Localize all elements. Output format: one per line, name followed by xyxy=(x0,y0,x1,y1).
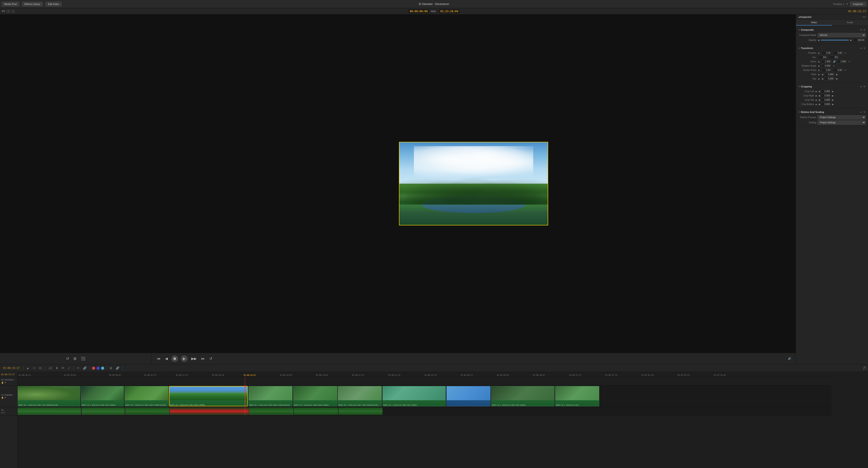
step-forward-btn[interactable]: ▶▶ xyxy=(190,356,197,362)
cropping-remove-btn[interactable]: × xyxy=(863,85,866,88)
rotation-keyframe-btn[interactable]: ◆ xyxy=(817,65,820,67)
position-x-input[interactable] xyxy=(822,51,832,55)
anchor-y-input[interactable] xyxy=(833,68,843,72)
crop-bottom-input[interactable] xyxy=(821,103,831,106)
fittoframe-btn[interactable]: ⤢ xyxy=(67,366,71,370)
video-clip-7[interactable]: BMPC_4K_1_2015-10-24_2307_C024_{00000-00… xyxy=(338,386,382,406)
audio-clip-2[interactable] xyxy=(82,407,125,415)
go-to-start-btn[interactable]: ⏮ xyxy=(156,356,161,362)
composite-mode-select[interactable]: Normal xyxy=(817,33,866,37)
rotation-x-input[interactable] xyxy=(817,56,828,59)
video-clip-1[interactable]: BMPC_4K_1_2015-10-24_2301_C074_{00000-00… xyxy=(18,386,80,406)
v2-lock-btn[interactable]: 🔒 xyxy=(1,381,4,384)
transform-add-btn[interactable]: + xyxy=(860,46,862,50)
overwrite-btn[interactable]: ⬇ xyxy=(55,366,59,370)
snap-btn[interactable]: ⊞ xyxy=(108,366,113,370)
audio-clip-3[interactable] xyxy=(125,407,169,415)
zoom-fit[interactable]: □ xyxy=(11,9,15,13)
select-tool-btn[interactable]: ▲ xyxy=(25,366,31,370)
tab-audio[interactable]: Audio xyxy=(832,20,868,26)
crop-bottom-keyframe[interactable]: ◆ xyxy=(815,103,817,105)
video-clip-5[interactable]: BMPC_4K_1_2015-10-24_2305_C023X_{00001-0… xyxy=(248,386,292,406)
crop-right-left-arrow[interactable]: ◀ xyxy=(818,94,820,97)
src-mark-in[interactable]: ⬛ xyxy=(80,356,86,362)
dynamic-trim-btn[interactable]: ⊡ xyxy=(38,366,43,370)
retime-process-select[interactable]: Project Settings xyxy=(817,115,866,120)
composite-remove-btn[interactable]: × xyxy=(863,28,866,32)
video-clip-11[interactable]: BMPC_4K_1_2015-10-24_2310 xyxy=(555,386,599,406)
src-viewer-btn[interactable]: ⊞ xyxy=(72,356,77,362)
timeline-content[interactable]: 01:04:46:23 01:05:24:03 01:05:58:07 01:0… xyxy=(18,372,868,468)
video-clip-6[interactable]: BMPC_4K_1_2015-10-24_2306_C023A_{00001} xyxy=(293,386,337,406)
loop-btn[interactable]: ↺ xyxy=(209,356,213,362)
crop-bottom-right-arrow[interactable]: ▶ xyxy=(832,103,834,105)
go-to-end-btn[interactable]: ⏭ xyxy=(200,356,206,362)
step-back-btn[interactable]: ◀ xyxy=(164,356,168,362)
audio-clip-5[interactable] xyxy=(249,407,293,415)
stop-btn[interactable]: ⏹ xyxy=(171,355,178,362)
edit-index-btn[interactable]: Edit Index xyxy=(45,2,61,6)
pitch-input[interactable] xyxy=(825,73,835,76)
video-clip-2[interactable]: BMPC_4K_1_2015-10-24_2302_C042_{00000} xyxy=(81,386,124,406)
flag-teal-btn[interactable] xyxy=(101,367,104,370)
zoom-reset-btn[interactable]: ↩ xyxy=(848,60,850,63)
crop-right-input[interactable] xyxy=(821,94,831,97)
composite-add-btn[interactable]: + xyxy=(860,28,862,32)
cropping-add-btn[interactable]: + xyxy=(860,85,862,88)
insert-btn[interactable]: ↓⊡ xyxy=(47,366,53,370)
audio-clip-4-highlight[interactable] xyxy=(170,407,249,415)
video-clip-8[interactable]: BMPC_4K_1_2015-10-24_2308_C025_{00001} xyxy=(382,386,446,406)
inspector-pin-btn[interactable]: × xyxy=(864,16,866,18)
position-reset-btn[interactable]: ↩ xyxy=(844,52,846,54)
retime-header[interactable]: ▼ Retime And Scaling + × xyxy=(796,109,868,115)
composite-header[interactable]: ▼ Composite + × xyxy=(796,27,868,33)
flag-red-btn[interactable] xyxy=(92,367,95,370)
v1-lock-btn[interactable]: 🔒 xyxy=(1,396,4,399)
zoom-value[interactable]: 1 xyxy=(6,9,10,13)
opacity-left-arrow[interactable]: ◀ xyxy=(817,39,819,41)
crop-top-right-arrow[interactable]: ▶ xyxy=(832,99,834,101)
media-pool-btn[interactable]: Media Pool xyxy=(2,2,19,6)
video-clip-4[interactable]: BMPC_4K_1_2015-10-24_2304_C052V_{00000} xyxy=(169,386,248,406)
v1-eye-btn[interactable]: 👁 xyxy=(4,396,6,399)
opacity-right-arrow[interactable]: ▶ xyxy=(850,39,852,41)
anchor-reset-btn[interactable]: ↩ xyxy=(844,69,846,71)
yaw-right-btn[interactable]: ▶ xyxy=(836,77,838,80)
effects-library-btn[interactable]: Effects Library xyxy=(22,2,43,6)
crop-right-keyframe[interactable]: ◆ xyxy=(815,95,817,97)
audio-clip-6[interactable] xyxy=(294,407,338,415)
video-clip-3[interactable]: BMPC_4K_1_2015-10-24_2303_C032Y_{00000-0… xyxy=(125,386,168,406)
a1-mute-btn[interactable]: M xyxy=(1,411,3,414)
opacity-slider[interactable] xyxy=(821,40,849,40)
yaw-left-btn[interactable]: ◀ xyxy=(822,77,823,80)
timeline-dropdown-arrow[interactable]: ▾ xyxy=(846,2,848,5)
anchor-keyframe-btn[interactable]: ◆ xyxy=(817,69,820,71)
zoom-keyframe-btn[interactable]: ◆ xyxy=(817,61,820,63)
crop-left-input[interactable] xyxy=(821,90,831,93)
anchor-x-input[interactable] xyxy=(822,68,832,72)
play-btn[interactable]: ▶ xyxy=(181,355,188,362)
src-loop-btn[interactable]: ↺ xyxy=(65,356,70,362)
audio-clip-1[interactable] xyxy=(18,407,81,415)
pitch-right-btn[interactable]: ▶ xyxy=(836,73,838,76)
cropping-header[interactable]: ▼ Cropping + × xyxy=(796,84,868,89)
scaling-select[interactable]: Project Settings xyxy=(817,121,866,125)
crop-right-right-arrow[interactable]: ▶ xyxy=(832,94,834,97)
retime-remove-btn[interactable]: × xyxy=(863,110,866,114)
replace-btn[interactable]: ⟳ xyxy=(61,366,65,370)
blade-btn[interactable]: ✂ xyxy=(76,366,81,370)
transform-header[interactable]: ▼ Transform + × xyxy=(796,45,868,51)
pitch-keyframe-btn[interactable]: ◆ xyxy=(817,73,820,76)
crop-left-keyframe[interactable]: ◆ xyxy=(815,90,817,93)
zoom-link-icon[interactable]: 🔗 xyxy=(833,60,836,63)
tab-video[interactable]: Video xyxy=(796,20,832,26)
rotation-angle-input[interactable] xyxy=(822,64,832,68)
retime-add-btn[interactable]: + xyxy=(860,110,862,114)
crop-top-keyframe[interactable]: ◆ xyxy=(815,99,817,101)
video-clip-10[interactable]: BMPC_4K_1_2015-10-24_2309_C025_{00001} xyxy=(491,386,555,406)
inspector-btn[interactable]: Inspector xyxy=(850,2,866,6)
a1-solo-btn[interactable]: S xyxy=(4,411,5,414)
timeline-audio-icon[interactable]: 🎵 xyxy=(863,366,866,370)
link-audio-btn[interactable]: 🔗 xyxy=(115,366,121,370)
yaw-keyframe-btn[interactable]: ◆ xyxy=(817,78,820,80)
